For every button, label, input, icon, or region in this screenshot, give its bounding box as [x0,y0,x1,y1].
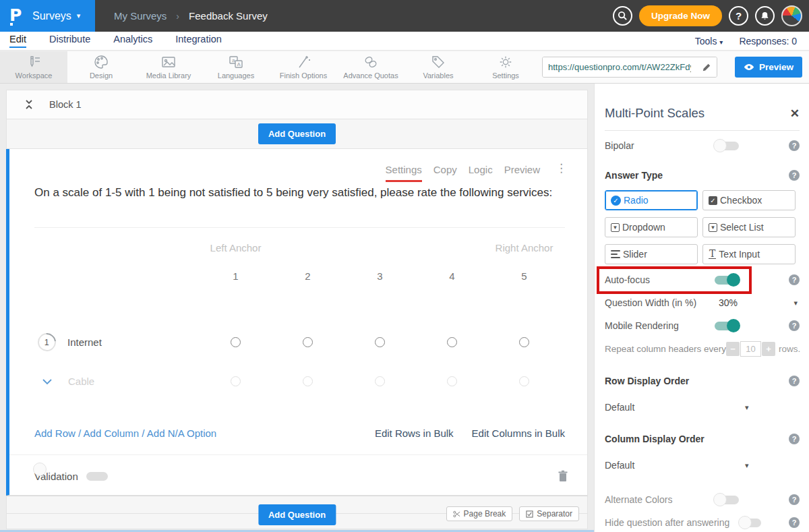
question-more-menu[interactable]: ⋮ [556,164,567,173]
bipolar-toggle[interactable] [715,142,739,150]
breadcrumb-my-surveys[interactable]: My Surveys [114,10,167,22]
help-icon[interactable]: ? [789,274,800,285]
caret-down-icon[interactable]: ▾ [745,403,749,412]
toolbar-right: Preview [542,51,809,83]
help-icon[interactable]: ? [789,170,800,181]
question-tab-copy[interactable]: Copy [433,164,457,180]
add-na-option-link[interactable]: Add N/A Option [147,427,216,439]
help-icon[interactable]: ? [789,320,800,331]
notifications-button[interactable] [755,6,775,26]
survey-canvas: Block 1 Add Question Settings Copy Logic… [0,84,594,532]
collapse-block-button[interactable] [24,99,34,110]
help-icon[interactable]: ? [789,376,800,386]
help-button[interactable]: ? [729,6,748,26]
edit-url-button[interactable] [696,57,717,77]
radio-option[interactable] [519,337,529,347]
mobile-rendering-toggle[interactable] [715,322,739,330]
tab-analytics[interactable]: Analytics [113,34,152,48]
radio-option[interactable] [303,337,313,347]
checkbox-icon: ✓ [709,196,717,205]
help-icon[interactable]: ? [789,517,800,528]
answer-type-slider[interactable]: Slider [605,244,698,264]
search-button[interactable] [613,6,632,26]
row-label[interactable]: Cable [68,376,94,387]
toolbar-media-library[interactable]: Media Library [135,51,202,83]
radio-option[interactable] [519,376,529,386]
caret-down-icon[interactable]: ▾ [745,461,749,470]
radio-option[interactable] [303,376,313,386]
edit-rows-bulk-link[interactable]: Edit Rows in Bulk [375,427,454,439]
answer-type-select-list[interactable]: ▼ Select List [702,217,796,237]
right-anchor-label[interactable]: Right Anchor [488,242,560,254]
question-width-value[interactable]: 30% [719,297,738,308]
toolbar-variables[interactable]: Variables [404,51,472,83]
tab-distribute[interactable]: Distribute [49,34,90,48]
upgrade-now-button[interactable]: Upgrade Now [639,5,722,26]
toolbar-settings[interactable]: Settings [472,51,539,83]
page-break-button[interactable]: Page Break [446,506,513,521]
toolbar-languages[interactable]: aA Languages [202,51,270,83]
column-header[interactable]: 4 [416,270,488,282]
answer-type-dropdown[interactable]: ▼ Dropdown [605,217,698,237]
separator-button[interactable]: Separator [519,506,579,521]
left-anchor-label[interactable]: Left Anchor [200,242,272,254]
answer-type-checkbox[interactable]: ✓ Checkbox [702,190,796,210]
answer-type-radio[interactable]: ✓ Radio [605,190,698,210]
close-panel-button[interactable]: ✕ [790,107,800,121]
text-input-icon: T [709,249,716,259]
alternate-colors-toggle[interactable] [715,496,739,504]
dropdown-icon: ▼ [611,223,620,232]
column-header[interactable]: 2 [272,270,344,282]
help-icon[interactable]: ? [789,494,800,505]
increment-button[interactable]: + [762,342,775,356]
question-tab-settings[interactable]: Settings [386,164,422,182]
row-label[interactable]: Internet [67,336,102,348]
delete-question-button[interactable] [558,470,568,482]
radio-option[interactable] [375,337,385,347]
help-icon[interactable]: ? [789,140,800,151]
toolbar-design[interactable]: Design [67,51,135,83]
answer-type-label: Answer Type [605,170,663,181]
user-avatar[interactable] [781,5,802,26]
add-row-link[interactable]: Add Row [34,427,76,439]
row-display-order-value[interactable]: Default [605,402,634,413]
validation-toggle[interactable] [86,472,108,481]
tab-integration[interactable]: Integration [175,34,222,48]
column-header[interactable]: 1 [200,270,272,282]
help-icon: ? [736,10,742,22]
help-icon[interactable]: ? [789,434,800,444]
column-header[interactable]: 5 [488,270,560,282]
decrement-button[interactable]: − [726,342,740,356]
radio-option[interactable] [231,337,241,347]
column-display-order-select[interactable]: Default ▾ [605,456,800,475]
question-tab-logic[interactable]: Logic [469,164,493,180]
svg-text:a: a [232,57,235,63]
preview-button[interactable]: Preview [735,57,802,78]
answer-type-text-input[interactable]: T Text Input [702,244,796,264]
question-title[interactable]: On a scale of 1-5 with 1 being not satis… [34,184,557,202]
tools-menu[interactable]: Tools ▾ [695,36,723,47]
toolbar-workspace[interactable]: Workspace [0,51,67,83]
survey-url-input[interactable] [543,57,696,77]
repeat-headers-input[interactable] [740,341,761,357]
toolbar-finish-options[interactable]: Finish Options [270,51,337,83]
chevron-down-icon[interactable] [41,378,53,386]
radio-option[interactable] [447,337,457,347]
row-display-order-select[interactable]: Default ▾ [605,398,800,417]
radio-option[interactable] [447,376,457,386]
caret-down-icon[interactable]: ▾ [793,299,798,307]
auto-focus-toggle[interactable] [715,276,739,285]
tab-edit[interactable]: Edit [9,34,26,48]
hide-question-toggle[interactable] [740,519,761,527]
surveys-app-menu[interactable]: P Surveys ▾ [0,0,95,32]
add-column-link[interactable]: Add Column [84,427,140,439]
column-display-order-value[interactable]: Default [605,460,634,471]
radio-option[interactable] [375,376,385,386]
toolbar-advance-quotas[interactable]: Advance Quotas [337,51,404,83]
edit-columns-bulk-link[interactable]: Edit Columns in Bulk [472,427,565,439]
add-question-button-top[interactable]: Add Question [258,123,336,144]
question-tab-preview[interactable]: Preview [504,164,540,180]
radio-option[interactable] [231,376,241,386]
column-header[interactable]: 3 [344,270,416,282]
add-question-button-bottom[interactable]: Add Question [258,504,336,525]
